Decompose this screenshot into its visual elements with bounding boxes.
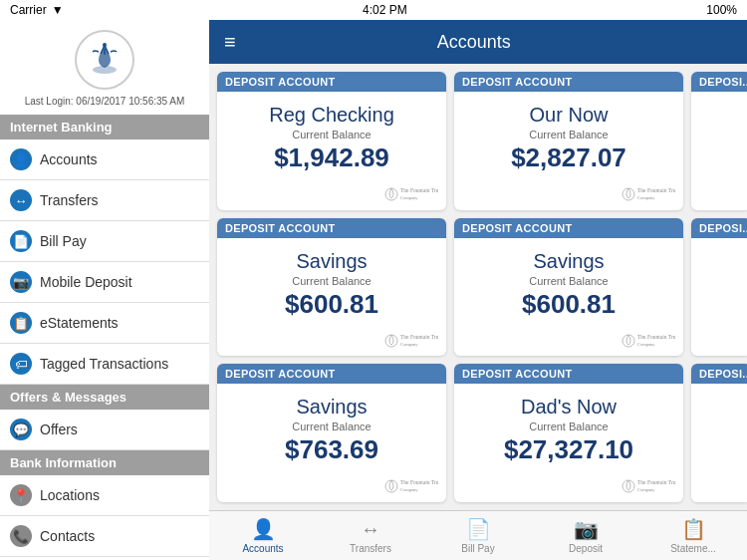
status-bar: Carrier ▼ 4:02 PM 100%: [0, 0, 747, 20]
account-name: Savings: [227, 396, 436, 419]
top-bar: ≡ Accounts: [209, 20, 747, 64]
svg-point-1: [103, 43, 107, 47]
sidebar-section-header: Offers & Messages: [0, 385, 209, 410]
sidebar-item-tagged-transactions[interactable]: 🏷Tagged Transactions: [0, 344, 209, 385]
sidebar-sections: Internet Banking👤Accounts↔Transfers📄Bill…: [0, 115, 209, 560]
sidebar-item-mobile-deposit[interactable]: 📷Mobile Deposit: [0, 262, 209, 303]
svg-text:The Fountain Trust: The Fountain Trust: [637, 187, 675, 193]
account-balance: $763.69: [227, 434, 436, 465]
account-name: Savings: [464, 250, 673, 273]
deposit-tab-label: Deposit: [569, 543, 603, 554]
account-card-header: Deposi...: [691, 364, 747, 384]
account-balance-label: Current Balance: [464, 275, 673, 287]
locations-icon: 📍: [10, 484, 32, 506]
tab-transfers[interactable]: ↔ Transfers: [317, 511, 424, 560]
account-card: Deposit Account Reg Checking Current Bal…: [217, 72, 446, 210]
account-card: Deposit Account Our Now Current Balance …: [454, 72, 683, 210]
account-card: Deposit Account Savings Current Balance …: [454, 218, 683, 357]
billpay-tab-label: Bill Pay: [461, 543, 494, 554]
content-area: ≡ Accounts Deposit Account Reg Checking …: [209, 20, 747, 560]
locations-label: Locations: [40, 487, 100, 503]
tab-deposit[interactable]: 📷 Deposit: [532, 511, 639, 560]
sidebar-item-contacts[interactable]: 📞Contacts: [0, 516, 209, 557]
account-card: Deposit Account Savings Current Balance …: [217, 364, 446, 502]
account-name: Savings: [227, 250, 436, 273]
offers-icon: 💬: [10, 419, 32, 440]
account-name: Our Now: [464, 104, 673, 127]
transfers-icon: ↔: [10, 189, 32, 211]
account-card-header: Deposit Account: [454, 364, 683, 384]
sidebar: Last Login: 06/19/2017 10:56:35 AM Inter…: [0, 20, 209, 560]
svg-text:Company: Company: [637, 487, 655, 492]
estatements-icon: 📋: [10, 312, 32, 334]
account-card: Deposi...: [691, 364, 747, 502]
sidebar-section-header: Bank Information: [0, 450, 209, 475]
account-card-body: Our Now Current Balance $2,827.07: [454, 92, 683, 179]
svg-point-11: [622, 335, 634, 347]
svg-text:The Fountain Trust: The Fountain Trust: [637, 334, 675, 340]
tab-accounts[interactable]: 👤 Accounts: [209, 511, 317, 560]
mobile-deposit-label: Mobile Deposit: [40, 274, 132, 290]
tab-bar: 👤 Accounts ↔ Transfers 📄 Bill Pay 📷 Depo…: [209, 510, 747, 560]
accounts-icon: 👤: [10, 148, 32, 170]
account-card: Deposi...: [691, 218, 747, 357]
sidebar-item-offers[interactable]: 💬Offers: [0, 410, 209, 450]
page-title: Accounts: [251, 32, 697, 53]
sidebar-item-locations[interactable]: 📍Locations: [0, 475, 209, 516]
accounts-tab-icon: 👤: [251, 517, 276, 541]
account-card-header: Deposit Account: [454, 72, 683, 92]
account-card-body: Reg Checking Current Balance $1,942.89: [217, 92, 446, 179]
contacts-label: Contacts: [40, 528, 95, 544]
statements-tab-icon: 📋: [681, 517, 706, 541]
battery-label: 100%: [706, 3, 737, 17]
svg-text:Company: Company: [400, 195, 418, 200]
svg-point-2: [385, 188, 397, 200]
account-card-logo: The Fountain Trust Company: [217, 471, 446, 502]
bill-pay-icon: 📄: [10, 230, 32, 252]
svg-text:Company: Company: [637, 195, 655, 200]
account-name: Dad's Now: [464, 396, 673, 419]
sidebar-item-transfers[interactable]: ↔Transfers: [0, 180, 209, 221]
account-balance-label: Current Balance: [227, 420, 436, 432]
svg-text:The Fountain Trust: The Fountain Trust: [637, 479, 675, 485]
account-card-header: Deposi...: [691, 218, 747, 238]
account-card-header: Deposi...: [691, 72, 747, 92]
carrier-label: Carrier: [10, 3, 47, 17]
account-balance: $600.81: [464, 289, 673, 320]
svg-text:Company: Company: [637, 342, 655, 347]
transfers-label: Transfers: [40, 192, 99, 208]
svg-text:The Fountain Trust: The Fountain Trust: [400, 334, 438, 340]
account-card-body: Savings Current Balance $763.69: [217, 384, 446, 471]
svg-point-14: [385, 480, 397, 492]
svg-point-8: [385, 335, 397, 347]
bill-pay-label: Bill Pay: [40, 233, 87, 249]
svg-text:The Fountain Trust: The Fountain Trust: [400, 479, 438, 485]
account-card-header: Deposit Account: [217, 218, 446, 238]
svg-point-5: [622, 188, 634, 200]
hamburger-menu[interactable]: ≡: [224, 31, 236, 54]
account-card: Deposi...: [691, 72, 747, 210]
billpay-tab-icon: 📄: [466, 517, 491, 541]
tab-billpay[interactable]: 📄 Bill Pay: [424, 511, 532, 560]
account-balance: $27,327.10: [464, 434, 673, 465]
account-balance-label: Current Balance: [464, 420, 673, 432]
app-body: Last Login: 06/19/2017 10:56:35 AM Inter…: [0, 20, 747, 560]
account-balance-label: Current Balance: [227, 129, 436, 140]
sidebar-item-estatements[interactable]: 📋eStatements: [0, 303, 209, 344]
statements-tab-label: Stateme...: [670, 543, 716, 554]
estatements-label: eStatements: [40, 315, 119, 331]
sidebar-logo-area: Last Login: 06/19/2017 10:56:35 AM: [0, 20, 209, 115]
sidebar-item-accounts[interactable]: 👤Accounts: [0, 140, 209, 180]
time-label: 4:02 PM: [363, 3, 407, 17]
sidebar-item-bill-pay[interactable]: 📄Bill Pay: [0, 221, 209, 262]
account-card-body: Savings Current Balance $600.81: [217, 238, 446, 326]
sidebar-section-header: Internet Banking: [0, 115, 209, 140]
contacts-icon: 📞: [10, 525, 32, 547]
account-card-logo: The Fountain Trust Company: [454, 179, 683, 210]
account-card-logo: The Fountain Trust Company: [454, 471, 683, 502]
account-card-body: Savings Current Balance $600.81: [454, 238, 683, 326]
account-card-logo: The Fountain Trust Company: [217, 326, 446, 357]
transfers-tab-label: Transfers: [350, 543, 391, 554]
accounts-grid: Deposit Account Reg Checking Current Bal…: [209, 64, 747, 510]
tab-statements[interactable]: 📋 Stateme...: [639, 511, 747, 560]
